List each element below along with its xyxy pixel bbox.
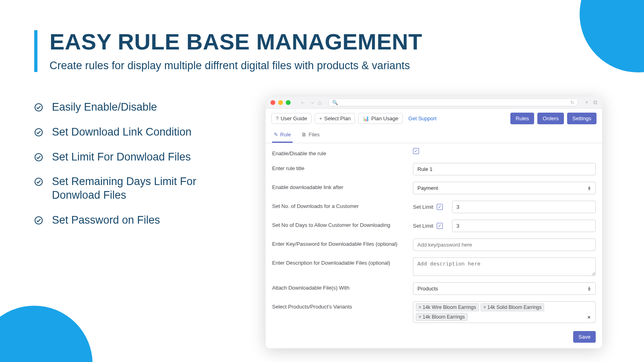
tag-label: 14k Bloom Earrings: [423, 314, 465, 320]
link-after-label: Enable downloadable link after: [272, 182, 405, 190]
feature-list: Easily Enable/Disable Set Download Link …: [34, 101, 248, 239]
set-limit-label: Set Limit: [413, 223, 433, 229]
plus-icon[interactable]: +: [585, 99, 588, 106]
feature-text: Set Password on Files: [52, 214, 160, 227]
close-icon[interactable]: [270, 100, 275, 105]
select-plan-button[interactable]: +Select Plan: [315, 113, 355, 124]
description-input[interactable]: [413, 257, 596, 276]
address-bar[interactable]: 🔍 ↻: [328, 99, 578, 106]
product-tag: ×14k Wire Bloom Earrings: [416, 303, 479, 311]
enable-rule-label: Enable/Disable the rule: [272, 148, 405, 156]
home-icon[interactable]: ⌂: [318, 99, 321, 106]
page-title: EASY RULE BASE MANAGEMENT: [50, 30, 422, 54]
clear-tags-icon[interactable]: ×: [585, 314, 593, 320]
attach-label: Attach Downloadable File(s) With: [272, 282, 405, 291]
file-icon: 🗎: [301, 132, 307, 138]
tag-label: 14k Wire Bloom Earrings: [423, 304, 476, 310]
label: User Guide: [281, 115, 307, 121]
check-circle-icon: [34, 216, 43, 225]
feature-item: Set Limit For Donwload Files: [34, 150, 248, 164]
tag-label: 14k Solid Bloom Earrings: [487, 304, 542, 310]
check-circle-icon: [34, 128, 43, 137]
tag-remove-icon[interactable]: ×: [483, 304, 486, 310]
set-limit-wrap: Set Limit ✓: [413, 223, 447, 229]
selected-value: Payment: [417, 185, 438, 191]
description-label: Enter Description for Downloadable Files…: [272, 257, 405, 266]
product-tag: ×14k Bloom Earrings: [416, 313, 468, 321]
decoration-blob-top: [580, 0, 644, 72]
downloads-limit-input[interactable]: [452, 201, 596, 213]
rule-form: Enable/Disable the rule ✓ Enter rule tit…: [266, 143, 602, 348]
set-limit-wrap: Set Limit ✓: [413, 204, 447, 210]
decoration-blob-bottom: [0, 306, 93, 362]
label: Files: [309, 132, 320, 138]
tag-remove-icon[interactable]: ×: [419, 314, 421, 320]
search-icon: 🔍: [332, 100, 338, 105]
check-circle-icon: [34, 153, 43, 162]
label: Plan Usage: [371, 115, 398, 121]
label: Rule: [280, 132, 291, 138]
maximize-icon[interactable]: [286, 100, 291, 105]
help-icon: ?: [276, 115, 279, 121]
product-tag: ×14k Solid Bloom Earrings: [481, 303, 545, 311]
feature-text: Set Limit For Donwload Files: [52, 150, 191, 164]
days-limit-input[interactable]: [452, 220, 596, 232]
feature-item: Easily Enable/Disable: [34, 101, 248, 114]
tab-rule[interactable]: ✎Rule: [272, 128, 293, 143]
feature-text: Set Download Link Condition: [52, 125, 192, 139]
feature-item: Set Password on Files: [34, 214, 248, 227]
key-input[interactable]: [413, 239, 596, 251]
get-support-link[interactable]: Get Support: [409, 115, 437, 121]
rule-title-input[interactable]: [413, 163, 596, 175]
days-limit-checkbox[interactable]: ✓: [437, 223, 443, 229]
reload-icon[interactable]: ↻: [570, 100, 574, 105]
feature-text: Easily Enable/Disable: [52, 101, 157, 114]
forward-icon[interactable]: →: [309, 99, 315, 106]
check-circle-icon: [34, 103, 43, 112]
attach-select[interactable]: Products ▲▼: [413, 282, 596, 295]
feature-text: Set Remaining Days Limit For Donwload Fi…: [52, 175, 248, 202]
tag-remove-icon[interactable]: ×: [419, 304, 421, 310]
page-subtitle: Create rules for display multiple diffre…: [50, 60, 422, 72]
minimize-icon[interactable]: [278, 100, 283, 105]
feature-item: Set Download Link Condition: [34, 125, 248, 139]
tab-files[interactable]: 🗎Files: [300, 128, 321, 143]
plan-usage-button[interactable]: 📊Plan Usage: [358, 113, 402, 124]
header-block: EASY RULE BASE MANAGEMENT Create rules f…: [34, 30, 422, 72]
user-guide-button[interactable]: ?User Guide: [271, 113, 312, 124]
link-after-select[interactable]: Payment ▲▼: [413, 182, 596, 194]
key-label: Enter Key/Password for Downloadable File…: [272, 239, 405, 247]
set-limit-label: Set Limit: [413, 204, 433, 210]
back-icon[interactable]: ←: [300, 99, 306, 106]
plus-icon: +: [319, 115, 322, 121]
products-tag-input[interactable]: ×14k Wire Bloom Earrings ×14k Solid Bloo…: [413, 301, 596, 323]
feature-item: Set Remaining Days Limit For Donwload Fi…: [34, 175, 248, 202]
check-circle-icon: [34, 177, 43, 186]
rule-title-label: Enter rule title: [272, 163, 405, 171]
chevron-updown-icon: ▲▼: [587, 286, 591, 291]
selected-value: Products: [417, 286, 438, 292]
select-products-label: Select Products/Product's Variants: [272, 301, 405, 310]
app-toolbar: ?User Guide +Select Plan 📊Plan Usage Get…: [266, 109, 602, 128]
downloads-limit-checkbox[interactable]: ✓: [437, 204, 443, 210]
browser-chrome: ← → ⌂ 🔍 ↻ + ⧉: [266, 97, 602, 109]
settings-button[interactable]: Settings: [567, 113, 597, 124]
enable-rule-checkbox[interactable]: ✓: [413, 148, 419, 154]
tabs: ✎Rule 🗎Files: [266, 128, 602, 143]
window-controls: [270, 100, 291, 105]
orders-button[interactable]: Orders: [537, 113, 564, 124]
copy-icon[interactable]: ⧉: [593, 99, 597, 106]
chart-icon: 📊: [363, 115, 369, 121]
label: Select Plan: [324, 115, 351, 121]
browser-window: ← → ⌂ 🔍 ↻ + ⧉ ?User Guide +Select Plan 📊…: [266, 97, 602, 348]
pencil-icon: ✎: [274, 132, 278, 138]
save-button[interactable]: Save: [573, 331, 596, 343]
downloads-limit-label: Set No. of Downloads for a Customer: [272, 201, 405, 209]
days-limit-label: Set No of Days to Allow Customer for Dow…: [272, 220, 405, 228]
chevron-updown-icon: ▲▼: [587, 186, 591, 191]
rules-button[interactable]: Rules: [510, 113, 534, 124]
